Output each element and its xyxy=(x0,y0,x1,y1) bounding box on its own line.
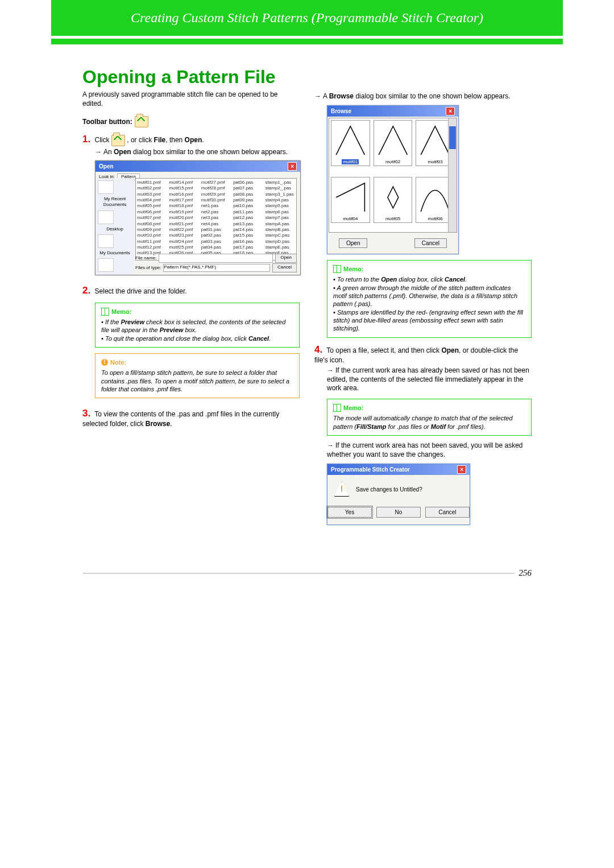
yes-button[interactable]: Yes xyxy=(327,507,372,518)
step1-open: Open xyxy=(185,136,202,144)
browse-cancel-button[interactable]: Cancel xyxy=(414,238,447,248)
intro-text: A previously saved programmable stitch f… xyxy=(82,90,300,108)
close-icon[interactable]: × xyxy=(457,465,466,474)
step-4: 4. To open a file, select it, and then c… xyxy=(314,344,532,526)
step-2: 2. Select the drive and the folder. Memo… xyxy=(82,284,300,398)
note-icon: ! xyxy=(101,359,108,366)
step-3: 3. To view the contents of the .pas and … xyxy=(82,407,300,429)
open-dialog-titlebar: Open × xyxy=(96,161,300,172)
thumb-motif04[interactable]: motif04 xyxy=(331,177,370,223)
filename-input[interactable] xyxy=(159,254,273,263)
right-subtext: → A Browse dialog box similar to the one… xyxy=(314,92,532,101)
svg-marker-0 xyxy=(388,187,399,208)
browse-grid: motif01 motif02 motif03 motif04 motif05 … xyxy=(329,118,457,233)
cancel-button[interactable]: Cancel xyxy=(272,263,297,272)
toolbar-label: Toolbar button: xyxy=(82,118,132,126)
step1-pre: Click xyxy=(95,136,111,144)
no-button[interactable]: No xyxy=(376,507,421,518)
memo-icon xyxy=(333,404,341,412)
note-box-1: !Note: To open a fill/stamp stitch patte… xyxy=(95,353,300,398)
close-icon[interactable]: × xyxy=(446,107,455,115)
close-icon[interactable]: × xyxy=(288,162,297,171)
browse-scrollbar[interactable] xyxy=(448,118,457,232)
save-dialog-message: Save changes to Untitled? xyxy=(356,486,422,493)
browse-titlebar: Browse × xyxy=(327,106,458,117)
memo-icon xyxy=(101,308,109,316)
folder-open-icon xyxy=(135,116,148,127)
toolbar-button-row: Toolbar button: xyxy=(82,116,300,127)
warning-icon xyxy=(334,482,349,497)
step1-file: File xyxy=(154,136,166,144)
page-footer: 256 xyxy=(82,568,532,578)
step1-post: , or click xyxy=(127,136,154,144)
page-number: 256 xyxy=(519,568,532,578)
page-title: Opening a Pattern File xyxy=(82,67,532,87)
browse-dialog-screenshot: Browse × motif01 motif02 motif03 motif04… xyxy=(327,105,459,254)
browse-open-button[interactable]: Open xyxy=(339,238,367,248)
cancel-button[interactable]: Cancel xyxy=(425,507,470,518)
open-dialog-filelist[interactable]: motif01.pmfmotif02.pmfmotif03.pmfmotif04… xyxy=(135,178,297,261)
memo-box-3: Memo: The mode will automatically change… xyxy=(327,399,532,436)
open-dialog-title: Open xyxy=(99,163,114,170)
open-dialog-bottom: File name:Open Files of type:Pattern Fil… xyxy=(135,254,297,272)
chapter-header: Creating Custom Stitch Patterns (Program… xyxy=(51,0,563,36)
step-1: 1. Click , or click File, then Open. → A… xyxy=(82,133,300,275)
save-dialog-screenshot: Programmable Stitch Creator × Save chang… xyxy=(327,464,470,525)
header-underline xyxy=(51,39,563,44)
save-dialog-titlebar: Programmable Stitch Creator × xyxy=(327,464,470,475)
memo-icon xyxy=(333,265,341,273)
open-dialog-screenshot: Open × Look in: Pattern My Recent Docume… xyxy=(95,160,301,275)
memo-box-2: Memo: • To return to the Open dialog box… xyxy=(327,260,532,337)
memo-box-1: Memo: • If the Preview check box is sele… xyxy=(95,303,300,348)
thumb-motif02[interactable]: motif02 xyxy=(374,120,413,166)
thumb-motif01[interactable]: motif01 xyxy=(331,120,370,166)
open-dialog-sidebar: My Recent Documents Desktop My Documents… xyxy=(96,178,134,275)
filetype-combo[interactable]: Pattern File(*.PAS,*.PMF) xyxy=(163,264,270,272)
thumb-motif05[interactable]: motif05 xyxy=(374,177,413,223)
folder-open-icon-inline xyxy=(111,135,125,146)
open-button[interactable]: Open xyxy=(275,254,297,263)
